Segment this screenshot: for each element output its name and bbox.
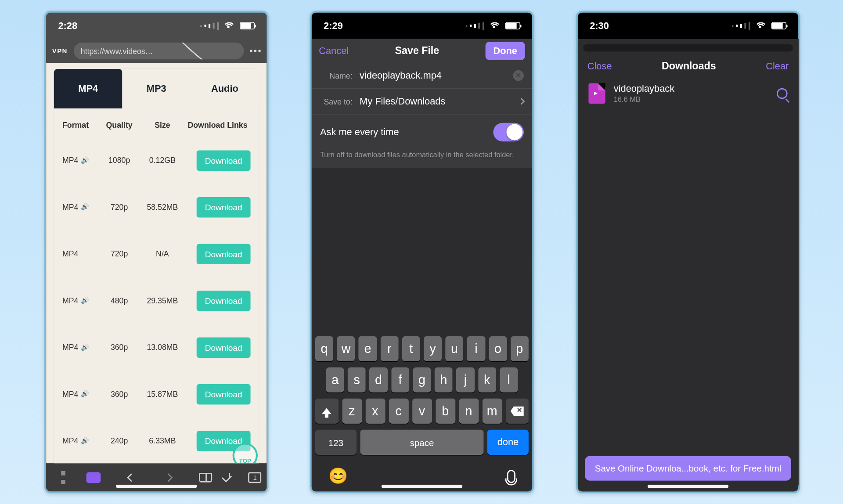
- save-file-navbar: Cancel Save File Done: [312, 39, 532, 63]
- clear-name-icon[interactable]: ✕: [513, 70, 524, 81]
- reader-icon[interactable]: [199, 472, 213, 482]
- key-d[interactable]: d: [369, 367, 387, 392]
- col-links: Download Links: [184, 119, 250, 131]
- numbers-key[interactable]: 123: [315, 430, 357, 455]
- col-size: Size: [140, 119, 184, 131]
- wifi-icon: [488, 22, 498, 29]
- key-w[interactable]: w: [337, 336, 355, 361]
- ask-toggle-switch[interactable]: [493, 123, 524, 141]
- download-button[interactable]: Download: [197, 337, 251, 357]
- key-q[interactable]: q: [315, 336, 333, 361]
- audio-icon: 🔊: [81, 156, 89, 164]
- battery-icon: [240, 22, 255, 29]
- search-icon[interactable]: [777, 88, 788, 99]
- ask-toggle-label: Ask me every time: [320, 127, 399, 138]
- table-row: MP4 🔊360p15.87MBDownload: [54, 371, 259, 417]
- audio-icon: 🔊: [81, 343, 89, 351]
- key-x[interactable]: x: [365, 399, 385, 424]
- key-g[interactable]: g: [413, 367, 431, 392]
- key-i[interactable]: i: [467, 336, 485, 361]
- reload-icon[interactable]: [166, 43, 234, 59]
- audio-icon: 🔊: [81, 437, 89, 445]
- cell-format: MP4 🔊: [62, 389, 98, 398]
- cell-format: MP4 🔊: [62, 436, 98, 445]
- space-key[interactable]: space: [360, 430, 484, 455]
- more-icon[interactable]: [250, 50, 261, 52]
- key-t[interactable]: t: [402, 336, 420, 361]
- cell-format: MP4 🔊: [62, 343, 98, 352]
- table-row: MP4 🔊360p13.08MBDownload: [54, 324, 259, 371]
- key-z[interactable]: z: [342, 399, 362, 424]
- home-indicator[interactable]: [116, 485, 197, 488]
- download-item[interactable]: videoplayback 16.6 MB: [578, 79, 798, 108]
- key-a[interactable]: a: [326, 367, 344, 392]
- key-b[interactable]: b: [436, 399, 455, 424]
- key-v[interactable]: v: [412, 399, 432, 424]
- key-h[interactable]: h: [435, 367, 453, 392]
- clear-button[interactable]: Clear: [766, 61, 789, 72]
- tab-mp4[interactable]: MP4: [54, 69, 122, 108]
- battery-icon: [505, 22, 520, 29]
- key-j[interactable]: j: [456, 367, 474, 392]
- shift-key[interactable]: [315, 399, 339, 424]
- key-o[interactable]: o: [489, 336, 507, 361]
- download-button[interactable]: Download: [197, 150, 251, 170]
- format-tabs: MP4 MP3 Audio: [54, 69, 259, 108]
- downloads-navbar: Close Downloads Clear: [578, 52, 798, 79]
- status-bar: 2:30: [578, 13, 798, 39]
- key-l[interactable]: l: [500, 367, 518, 392]
- home-indicator[interactable]: [382, 485, 462, 488]
- tabs-count[interactable]: 1: [249, 472, 262, 483]
- name-field[interactable]: videoplayback.mp4: [360, 70, 506, 81]
- home-indicator[interactable]: [648, 485, 728, 488]
- key-f[interactable]: f: [391, 367, 409, 392]
- status-time: 2:29: [324, 20, 343, 31]
- vpn-badge[interactable]: VPN: [52, 47, 68, 54]
- table-header: Format Quality Size Download Links: [54, 108, 259, 137]
- download-button[interactable]: Download: [197, 384, 251, 404]
- tab-audio[interactable]: Audio: [191, 69, 259, 108]
- done-button[interactable]: Done: [486, 42, 525, 60]
- bookmarks-icon[interactable]: [86, 472, 101, 483]
- key-e[interactable]: e: [359, 336, 377, 361]
- cell-size: 15.87MB: [140, 389, 184, 398]
- key-r[interactable]: r: [380, 336, 398, 361]
- cell-quality: 720p: [98, 202, 140, 211]
- download-button[interactable]: Download: [197, 290, 251, 310]
- page-content: MP4 MP3 Audio Format Quality Size Downlo…: [46, 63, 267, 463]
- download-button[interactable]: Download: [197, 244, 251, 264]
- status-bar: 2:29: [312, 13, 532, 39]
- key-u[interactable]: u: [445, 336, 463, 361]
- url-field[interactable]: https://www.videosolo.com/onlin...: [73, 43, 244, 59]
- audio-icon: 🔊: [81, 390, 89, 398]
- cell-size: N/A: [140, 249, 184, 258]
- key-k[interactable]: k: [478, 367, 496, 392]
- forward-button[interactable]: [150, 474, 187, 480]
- key-n[interactable]: n: [459, 399, 479, 424]
- key-m[interactable]: m: [482, 399, 502, 424]
- download-button[interactable]: Download: [197, 197, 251, 217]
- cell-quality: 360p: [98, 343, 140, 352]
- close-button[interactable]: Close: [587, 61, 612, 72]
- keyboard-done-key[interactable]: done: [487, 430, 529, 455]
- key-p[interactable]: p: [511, 336, 529, 361]
- backspace-key[interactable]: [505, 399, 529, 424]
- panel-icon[interactable]: [61, 471, 65, 484]
- key-s[interactable]: s: [348, 367, 366, 392]
- downloads-icon[interactable]: [225, 472, 234, 482]
- cell-quality: 360p: [98, 389, 140, 398]
- table-row: MP4 🔊480p29.35MBDownload: [54, 277, 259, 324]
- saveto-row[interactable]: Save to: My Files/Downloads: [312, 88, 532, 114]
- cancel-button[interactable]: Cancel: [319, 46, 349, 57]
- emoji-key[interactable]: 😊: [328, 467, 348, 485]
- name-row: Name: videoplayback.mp4 ✕: [312, 63, 532, 88]
- cell-quality: 1080p: [98, 156, 140, 165]
- tab-mp3[interactable]: MP3: [122, 69, 191, 108]
- back-button[interactable]: [112, 474, 150, 480]
- key-c[interactable]: c: [389, 399, 408, 424]
- save-file-form: Name: videoplayback.mp4 ✕ Save to: My Fi…: [312, 63, 532, 168]
- download-toast[interactable]: Save Online Downloa...book, etc. for Fre…: [585, 456, 791, 481]
- dictation-icon[interactable]: [507, 469, 515, 482]
- keyboard: qwertyuiop asdfghjkl zxcvbnm 123 space d…: [312, 333, 532, 492]
- key-y[interactable]: y: [424, 336, 442, 361]
